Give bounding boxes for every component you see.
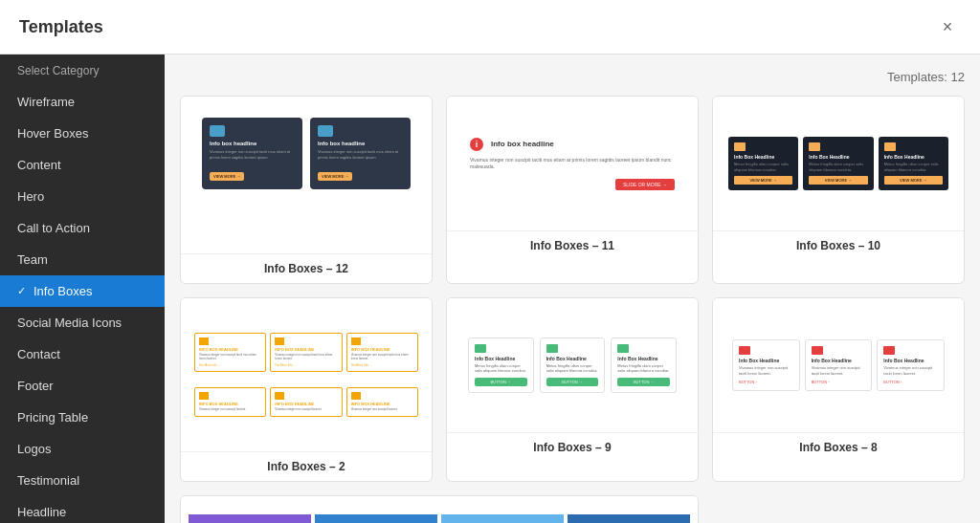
ib9-title-3: Info Box Headline	[617, 356, 670, 361]
ib12-icon-1	[210, 125, 225, 137]
template-card-info-boxes-left[interactable]: INFO BOX HEADLINE Vivamus integer non su…	[180, 297, 433, 482]
ib8-preview: Info Box Headline Vivamus integer non su…	[724, 332, 952, 398]
close-button[interactable]: ×	[934, 13, 961, 40]
ib-left-card-2: INFO BOX HEADLINE Vivamus integer non su…	[270, 333, 342, 373]
template-card-info-boxes-12[interactable]: Info box headline Vivamus integer non su…	[180, 96, 433, 284]
ib12-card-1: Info box headline Vivamus integer non su…	[202, 118, 302, 189]
sidebar-item-testimonial[interactable]: Testimonial	[0, 465, 165, 496]
ib9-preview: Info Box Headline Metus fringilla ulam c…	[458, 328, 686, 403]
template-label-12: Info Boxes – 12	[181, 253, 432, 283]
sidebar-item-hover-boxes[interactable]: Hover Boxes	[0, 118, 165, 149]
ib12-title-1: Info box headline	[210, 141, 295, 146]
sidebar-item-team[interactable]: Team	[0, 244, 165, 275]
ib-left-icon-1	[199, 338, 209, 345]
ib10-btn-3: VIEW MORE →	[884, 176, 943, 185]
ib-left-title-5: INFO BOX HEADLINE	[275, 402, 337, 406]
ib9-btn-1: BUTTON →	[475, 378, 527, 386]
ib11-headline: Info box headline	[491, 140, 554, 148]
ib12-card-2: Info box headline Vivamus integer non su…	[310, 118, 411, 189]
ib-left-card-5: INFO BOX HEADLINE Vivamus integer non su…	[270, 387, 342, 417]
sidebar-item-info-boxes[interactable]: ✓ Info Boxes	[0, 275, 165, 307]
template-preview-8: Info Box Headline Vivamus integer non su…	[713, 298, 964, 432]
template-preview-bottom: Info Box Headline Info Box Headline Info…	[181, 496, 698, 523]
sidebar-item-logos[interactable]: Logos	[0, 433, 165, 465]
ib9-icon-3	[617, 344, 629, 353]
template-preview-left: INFO BOX HEADLINE Vivamus integer non su…	[181, 298, 432, 451]
ib8-card-2: Info Box Headline Vivamus integer non su…	[805, 339, 873, 390]
template-label-9: Info Boxes – 9	[447, 432, 698, 462]
sidebar-item-content[interactable]: Content	[0, 149, 165, 181]
ib-left-link-3: Get More Info →	[351, 363, 413, 367]
category-dropdown: Select Category Wireframe Hover Boxes Co…	[0, 54, 165, 523]
ib8-icon-3	[883, 346, 895, 355]
sidebar-item-headline[interactable]: Headline	[0, 496, 165, 523]
ib-bottom-card-light-blue: Info Box Headline	[441, 514, 564, 523]
ib9-text-2: Metus fringilla ulam conper salis aliqua…	[546, 363, 599, 373]
template-card-info-boxes-bottom[interactable]: Info Box Headline Info Box Headline Info…	[180, 495, 699, 523]
templates-grid: Info box headline Vivamus integer non su…	[180, 96, 965, 523]
ib8-text-2: Vivamus integer non suscipit taciti lore…	[812, 365, 866, 375]
content-area: Templates: 12 Info box headline Vivamus …	[165, 54, 980, 523]
ib-bottom-row: Info Box Headline Info Box Headline Info…	[189, 514, 690, 523]
ib-left-card-6: INFO BOX HEADLINE Vivamus integer non su…	[346, 387, 418, 417]
template-label-left: Info Boxes – 2	[181, 451, 432, 481]
ib12-btn-1: VIEW MORE →	[210, 172, 244, 181]
template-preview-10: Info Box Headline Metus fringilla ulam c…	[713, 97, 964, 230]
template-label-10: Info Boxes – 10	[713, 230, 964, 260]
ib-bottom-card-purple: Info Box Headline	[189, 514, 311, 523]
ib8-title-1: Info Box Headline	[739, 358, 793, 363]
ib-bottom-card-blue: Info Box Headline	[315, 514, 437, 523]
sidebar-item-wireframe[interactable]: Wireframe	[0, 86, 165, 118]
ib8-btn-3: BUTTON ›	[883, 380, 938, 384]
ib10-icon-1	[734, 142, 746, 151]
modal-header: Templates ×	[0, 0, 980, 54]
ib-left-title-4: INFO BOX HEADLINE	[199, 402, 261, 406]
template-card-info-boxes-9[interactable]: Info Box Headline Metus fringilla ulam c…	[446, 297, 699, 482]
ib9-icon-1	[475, 344, 486, 353]
template-card-info-boxes-8[interactable]: Info Box Headline Vivamus integer non su…	[712, 297, 965, 482]
ib-left-text-5: Vivamus integer non suscipit laoreet.	[275, 408, 337, 412]
sidebar-item-hero[interactable]: Hero	[0, 181, 165, 212]
ib8-btn-1: BUTTON ›	[739, 380, 793, 384]
ib8-title-3: Info Box Headline	[883, 358, 938, 363]
ib8-title-2: Info Box Headline	[812, 358, 866, 363]
ib10-btn-1: VIEW MORE →	[734, 176, 792, 185]
ib12-title-2: Info box headline	[318, 141, 403, 146]
ib12-text-1: Vivamus integer non suscipit taciti mus …	[210, 149, 295, 160]
ib10-card-2: Info Box Headline Metus fringilla ulam c…	[803, 137, 873, 189]
sidebar-item-footer[interactable]: Footer	[0, 370, 165, 402]
ib8-icon-1	[739, 346, 750, 355]
sidebar-item-call-to-action[interactable]: Call to Action	[0, 212, 165, 244]
ib10-text-3: Metus fringilla ulam conper salis aliqua…	[884, 162, 943, 171]
ib-left-grid: INFO BOX HEADLINE Vivamus integer non su…	[187, 325, 426, 381]
ib10-title-1: Info Box Headline	[734, 154, 792, 160]
ib-left-card-3: INFO BOX HEADLINE Vivamus integer non su…	[346, 333, 418, 373]
ib8-text-3: Vivamus integer non suscipit taciti lore…	[883, 365, 938, 375]
template-preview-9: Info Box Headline Metus fringilla ulam c…	[447, 298, 698, 432]
sidebar-item-pricing-table[interactable]: Pricing Table	[0, 402, 165, 433]
ib-left-icon-6	[351, 392, 361, 400]
ib-left-title-6: INFO BOX HEADLINE	[351, 402, 413, 406]
ib9-card-2: Info Box Headline Metus fringilla ulam c…	[540, 338, 606, 393]
ib-left-grid-2: INFO BOX HEADLINE Vivamus integer non su…	[187, 380, 426, 425]
template-label-8: Info Boxes – 8	[713, 432, 964, 462]
template-card-info-boxes-10[interactable]: Info Box Headline Metus fringilla ulam c…	[712, 96, 965, 284]
sidebar-item-social-media-icons[interactable]: Social Media Icons	[0, 307, 165, 338]
template-card-info-boxes-11[interactable]: i Info box headline Vivamus integer non …	[446, 96, 699, 284]
ib10-text-1: Metus fringilla ulam conper salis aliqua…	[734, 162, 792, 171]
ib11-body: Vivamus integer non suscipit taciti mus …	[470, 157, 675, 171]
ib10-icon-2	[809, 142, 820, 151]
ib11-icon-red: i	[470, 138, 483, 151]
ib8-card-1: Info Box Headline Vivamus integer non su…	[732, 339, 800, 390]
ib10-title-3: Info Box Headline	[884, 154, 943, 160]
sidebar-item-contact[interactable]: Contact	[0, 338, 165, 370]
ib-left-icon-3	[351, 338, 361, 345]
ib10-preview: Info Box Headline Metus fringilla ulam c…	[721, 129, 956, 197]
ib-left-text-2: Vivamus integer non suscipit taciti mus …	[275, 354, 337, 361]
checkmark-icon: ✓	[17, 285, 26, 297]
ib8-icon-2	[812, 346, 823, 355]
ib-left-icon-2	[275, 338, 284, 345]
ib9-title-1: Info Box Headline	[475, 356, 527, 361]
ib-left-text-6: Vivamus integer non suscipit laoreet.	[351, 408, 413, 412]
ib-left-title-2: INFO BOX HEADLINE	[275, 347, 337, 352]
